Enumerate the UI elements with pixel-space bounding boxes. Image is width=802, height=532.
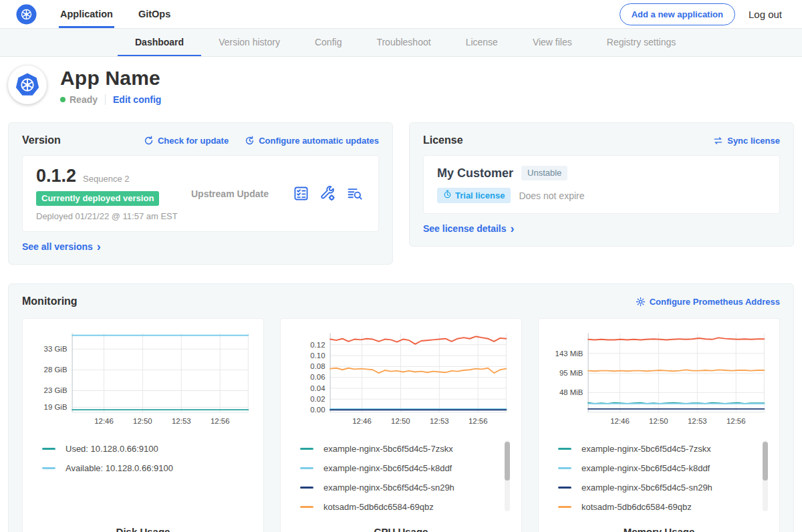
ready-status-dot-icon — [60, 97, 65, 102]
monitoring-title: Monitoring — [22, 295, 78, 307]
chart-card-memory-usage: 12:4612:5012:5312:56143 MiB95 MiB48 MiBe… — [538, 318, 780, 532]
legend-item: Available: 10.128.0.66:9100 — [42, 458, 241, 478]
current-version-card: 0.1.2 Sequence 2 Currently deployed vers… — [22, 155, 379, 232]
see-license-details-link[interactable]: See license details › — [423, 223, 515, 234]
chart-plot-cpu-usage: 12:4612:5012:5312:560.120.100.080.060.04… — [291, 327, 511, 431]
legend-item: example-nginx-5bc6f5d4c5-7zskx — [558, 439, 757, 458]
legend-swatch — [300, 506, 313, 508]
top-nav-right: Add a new application Log out — [620, 0, 782, 28]
page-title: App Name — [60, 67, 161, 90]
legend-label: Used: 10.128.0.66:9100 — [65, 444, 158, 454]
chart-plot-memory-usage: 12:4612:5012:5312:56143 MiB95 MiB48 MiB — [549, 327, 769, 431]
legend-label: example-nginx-5bc6f5d4c5-sn29h — [323, 483, 454, 493]
legend-label: Available: 10.128.0.66:9100 — [65, 463, 173, 473]
svg-text:12:53: 12:53 — [688, 417, 707, 425]
svg-text:95 MiB: 95 MiB — [559, 369, 583, 377]
chart-legend-cpu-usage: example-nginx-5bc6f5d4c5-7zskxexample-ng… — [291, 439, 511, 517]
svg-text:48 MiB: 48 MiB — [559, 388, 583, 396]
charts-row: 12:4612:5012:5312:5633 GiB28 GiB23 GiB19… — [22, 318, 780, 532]
svg-text:12:53: 12:53 — [430, 417, 449, 425]
configure-prometheus-button[interactable]: Configure Prometheus Address — [636, 297, 780, 307]
svg-text:33 GiB: 33 GiB — [44, 345, 68, 353]
clock-refresh-icon — [245, 136, 255, 146]
config-wrench-icon[interactable] — [320, 186, 336, 201]
legend-swatch — [558, 487, 571, 489]
app-status: Ready — [70, 94, 98, 105]
legend-item: Used: 10.128.0.66:9100 — [42, 439, 241, 458]
deployed-timestamp: Deployed 01/21/22 @ 11:57 am EST — [36, 211, 182, 221]
tab-license[interactable]: License — [448, 29, 515, 56]
refresh-icon — [144, 136, 154, 146]
legend-swatch — [300, 487, 313, 489]
legend-swatch — [42, 467, 55, 469]
view-diff-file-search-icon[interactable] — [347, 186, 362, 201]
main-content: Version Check for update — [0, 117, 802, 532]
chart-card-cpu-usage: 12:4612:5012:5312:560.120.100.080.060.04… — [280, 318, 522, 532]
legend-label: example-nginx-5bc6f5d4c5-7zskx — [323, 444, 453, 454]
legend-swatch — [558, 448, 571, 450]
svg-text:12:50: 12:50 — [133, 417, 152, 425]
nav-item-application[interactable]: Application — [59, 0, 114, 28]
svg-text:12:53: 12:53 — [172, 417, 191, 425]
legend-item: example-nginx-5bc6f5d4c5-sn29h — [558, 478, 757, 497]
chart-legend-disk-usage: Used: 10.128.0.66:9100Available: 10.128.… — [33, 439, 253, 517]
see-all-versions-link[interactable]: See all versions › — [22, 241, 101, 252]
version-sequence: Sequence 2 — [83, 174, 129, 184]
tab-dashboard[interactable]: Dashboard — [118, 29, 201, 56]
stopwatch-icon — [443, 190, 452, 201]
legend-scrollbar[interactable] — [763, 440, 768, 511]
svg-text:12:56: 12:56 — [726, 417, 746, 425]
svg-text:28 GiB: 28 GiB — [44, 366, 68, 374]
tab-registry-settings[interactable]: Registry settings — [589, 29, 693, 56]
legend-item: example-nginx-5bc6f5d4c5-k8ddf — [558, 458, 757, 478]
svg-text:12:46: 12:46 — [610, 417, 630, 425]
chart-title: CPU Usage — [291, 526, 511, 532]
chart-legend-memory-usage: example-nginx-5bc6f5d4c5-7zskxexample-ng… — [549, 439, 769, 517]
legend-label: example-nginx-5bc6f5d4c5-k8ddf — [323, 463, 452, 473]
app-title-block: App Name Ready Edit config — [60, 65, 161, 105]
legend-label: kotsadm-5db6dc6584-69qbz — [581, 502, 692, 512]
chart-card-disk-usage: 12:4612:5012:5312:5633 GiB28 GiB23 GiB19… — [22, 318, 264, 532]
chart-title: Memory Usage — [549, 526, 769, 532]
check-for-update-button[interactable]: Check for update — [144, 136, 229, 146]
svg-text:12:56: 12:56 — [211, 417, 230, 425]
edit-config-link[interactable]: Edit config — [113, 94, 161, 105]
app-avatar — [8, 65, 47, 104]
svg-text:12:46: 12:46 — [352, 417, 372, 425]
legend-swatch — [42, 448, 55, 450]
status-divider — [105, 94, 106, 105]
kubernetes-logo-icon — [16, 0, 37, 28]
version-number: 0.1.2 — [36, 166, 76, 186]
top-nav-items: ApplicationGitOps — [47, 0, 183, 28]
svg-text:0.06: 0.06 — [310, 373, 325, 381]
tab-troubleshoot[interactable]: Troubleshoot — [359, 29, 448, 56]
customer-name: My Customer — [437, 166, 513, 180]
svg-text:0.12: 0.12 — [310, 341, 325, 349]
svg-text:19 GiB: 19 GiB — [44, 403, 68, 411]
legend-item: example-nginx-5bc6f5d4c5-k8ddf — [300, 458, 499, 478]
tab-config[interactable]: Config — [297, 29, 359, 56]
logout-button[interactable]: Log out — [749, 9, 782, 20]
chart-title: Disk Usage — [33, 526, 253, 532]
version-panel-title: Version — [22, 134, 61, 146]
legend-label: kotsadm-5db6dc6584-69qbz — [323, 502, 434, 512]
monitoring-panel: Monitoring Configure Prometheus Address … — [8, 283, 794, 532]
tab-version-history[interactable]: Version history — [201, 29, 297, 56]
add-application-button[interactable]: Add a new application — [620, 3, 735, 25]
configure-automatic-updates-button[interactable]: Configure automatic updates — [245, 136, 379, 146]
svg-text:12:46: 12:46 — [94, 417, 114, 425]
license-type-badge: Trial license — [437, 188, 511, 203]
license-expiry: Does not expire — [519, 190, 584, 201]
legend-swatch — [300, 467, 313, 469]
tab-view-files[interactable]: View files — [515, 29, 589, 56]
legend-label: example-nginx-5bc6f5d4c5-k8ddf — [581, 463, 710, 473]
legend-scrollbar-thumb[interactable] — [505, 442, 510, 481]
legend-scrollbar[interactable] — [505, 440, 510, 511]
nav-item-gitops[interactable]: GitOps — [137, 0, 172, 28]
legend-item: example-nginx-5bc6f5d4c5-sn29h — [300, 478, 499, 497]
preflight-checks-icon[interactable] — [293, 186, 309, 201]
version-source: Upstream Update — [182, 188, 293, 199]
sync-license-button[interactable]: Sync license — [713, 136, 780, 146]
svg-text:12:56: 12:56 — [469, 417, 488, 425]
legend-scrollbar-thumb[interactable] — [763, 442, 768, 481]
